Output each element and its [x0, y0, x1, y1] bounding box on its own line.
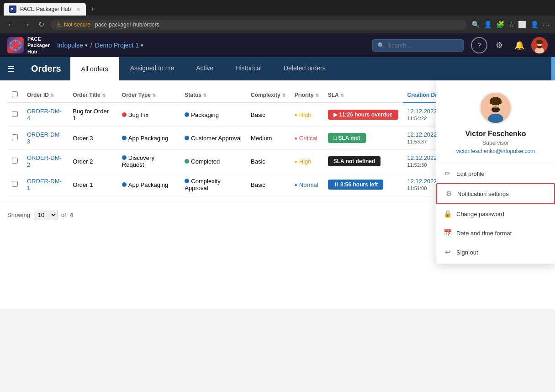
cell-complexity: Basic: [246, 103, 290, 127]
user-avatar-button[interactable]: [531, 37, 548, 53]
browser-account-button[interactable]: 👤: [530, 21, 539, 29]
user-email: victor.feschenko@infopulse.com: [456, 148, 535, 154]
user-avatar-large: [479, 91, 512, 124]
search-icon: 🔍: [377, 42, 385, 49]
security-warning-icon: ⚠: [56, 21, 61, 28]
col-header-sla[interactable]: SLA⇅: [323, 88, 403, 103]
tab-active[interactable]: Active: [185, 57, 224, 80]
browser-profile-button[interactable]: 👤: [484, 21, 492, 29]
sla-badge: □ SLA met: [328, 133, 366, 143]
cell-order-type: App Packaging: [117, 127, 180, 150]
cell-sla: SLA not defined: [323, 150, 403, 173]
back-button[interactable]: ←: [5, 19, 16, 31]
of-label: of: [61, 212, 66, 218]
select-all-header[interactable]: [7, 88, 22, 103]
project-chevron-icon: ▾: [141, 42, 143, 48]
cell-priority: ●Critical: [290, 127, 323, 150]
row-checkbox[interactable]: [12, 158, 18, 164]
browser-extensions-button[interactable]: 🧩: [496, 21, 505, 29]
order-id-link[interactable]: ORDER-DM-2: [27, 154, 62, 168]
forward-button[interactable]: →: [21, 19, 32, 31]
url-bar[interactable]: ⚠ Not secure pace-packager-hub/orders: [51, 20, 467, 30]
row-checkbox[interactable]: [12, 181, 18, 187]
status-dot: [185, 136, 189, 140]
showing-label: Showing: [7, 212, 30, 218]
status-dot: [185, 159, 189, 164]
tab-assigned-to-me[interactable]: Assigned to me: [119, 57, 185, 80]
col-header-priority[interactable]: Priority⇅: [290, 88, 323, 103]
row-checkbox-cell[interactable]: [7, 150, 22, 173]
page-size-select[interactable]: 10 25 50 100: [34, 210, 58, 220]
priority-value: ●High: [295, 111, 319, 118]
dropdown-menu: ✏ Edit profile ⚙ Notification settings 🔒…: [436, 162, 555, 264]
page-title: Orders: [22, 57, 70, 80]
select-all-checkbox[interactable]: [12, 91, 18, 97]
col-header-order-title[interactable]: Order Title⇅: [68, 88, 117, 103]
new-tab-button[interactable]: +: [88, 5, 98, 14]
total-count: 4: [70, 212, 73, 218]
date-time-format-button[interactable]: 📅 Date and time format: [436, 223, 555, 243]
active-browser-tab[interactable]: P PACE Packager Hub ✕: [4, 3, 86, 16]
cell-status: Customer Approval: [180, 127, 246, 150]
cell-order-id: ORDER-DM-4: [22, 103, 68, 127]
sign-out-button[interactable]: ↩ Sign out: [436, 243, 555, 262]
settings-button[interactable]: ⚙: [491, 37, 507, 53]
cell-order-id: ORDER-DM-1: [22, 173, 68, 196]
search-input[interactable]: [387, 42, 464, 49]
col-header-order-id[interactable]: Order ID⇅: [22, 88, 68, 103]
order-id-link[interactable]: ORDER-DM-4: [27, 108, 62, 122]
row-checkbox-cell[interactable]: [7, 173, 22, 196]
row-checkbox[interactable]: [12, 134, 18, 140]
app-header: PACE Packager Hub Infopulse ▾ / Demo Pro…: [0, 33, 555, 57]
browser-tabs-bar: P PACE Packager Hub ✕ +: [0, 0, 555, 16]
col-header-order-type[interactable]: Order Type⇅: [117, 88, 180, 103]
notification-settings-button[interactable]: ⚙ Notification settings: [436, 183, 555, 204]
cell-status: Packaging: [180, 103, 246, 127]
row-checkbox-cell[interactable]: [7, 103, 22, 127]
row-checkbox-cell[interactable]: [7, 127, 22, 150]
sort-icon-order-type: ⇅: [152, 93, 156, 98]
svg-point-19: [492, 104, 494, 106]
svg-point-13: [536, 40, 543, 44]
breadcrumb-project[interactable]: Demo Project 1 ▾: [95, 42, 143, 49]
sort-icon-sla: ⇅: [340, 93, 344, 98]
change-password-button[interactable]: 🔒 Change password: [436, 204, 555, 223]
cell-priority: ●High: [290, 150, 323, 173]
cell-order-type: App Packaging: [117, 173, 180, 196]
order-type-dot: [122, 112, 127, 117]
cell-complexity: Basic: [246, 150, 290, 173]
browser-search-button[interactable]: 🔍: [471, 21, 480, 29]
tab-deleted-orders[interactable]: Deleted orders: [273, 57, 337, 80]
refresh-button[interactable]: ↻: [37, 18, 46, 31]
order-id-link[interactable]: ORDER-DM-3: [27, 131, 62, 145]
col-header-status[interactable]: Status⇅: [180, 88, 246, 103]
browser-collections-button[interactable]: ⬜: [518, 21, 527, 29]
browser-action-buttons: 🔍 👤 🧩 ☆ ⬜ 👤 ⋯: [471, 21, 550, 29]
tab-close-button[interactable]: ✕: [76, 6, 80, 12]
svg-point-20: [497, 104, 499, 106]
breadcrumb-separator: /: [90, 42, 92, 49]
url-text: pace-packager-hub/orders: [95, 21, 159, 28]
sort-icon-status: ⇅: [203, 93, 206, 98]
browser-more-button[interactable]: ⋯: [543, 21, 550, 29]
notifications-button[interactable]: 🔔: [511, 37, 528, 53]
help-button[interactable]: ?: [471, 37, 487, 53]
tab-favicon: P: [9, 5, 16, 13]
tab-all-orders[interactable]: All orders: [70, 57, 119, 80]
edit-profile-icon: ✏: [444, 170, 452, 178]
edit-profile-button[interactable]: ✏ Edit profile: [436, 164, 555, 183]
svg-point-23: [500, 104, 503, 107]
breadcrumb-org[interactable]: Infopulse ▾: [57, 42, 88, 49]
svg-marker-3: [13, 42, 18, 49]
tab-historical[interactable]: Historical: [224, 57, 273, 80]
status-dot: [185, 112, 189, 117]
sla-badge: SLA not defined: [328, 156, 381, 166]
browser-favorites-button[interactable]: ☆: [508, 21, 514, 29]
sort-icon-complexity: ⇅: [282, 93, 285, 98]
cell-order-id: ORDER-DM-2: [22, 150, 68, 173]
org-chevron-icon: ▾: [85, 42, 88, 48]
order-id-link[interactable]: ORDER-DM-1: [27, 178, 62, 191]
hamburger-menu-button[interactable]: ☰: [0, 57, 22, 80]
col-header-complexity[interactable]: Complexity⇅: [246, 88, 290, 103]
row-checkbox[interactable]: [12, 111, 18, 117]
